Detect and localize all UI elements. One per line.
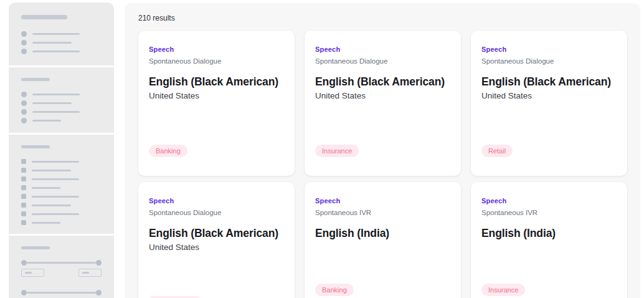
card-subtype-label: Spontaneous Dialogue xyxy=(315,57,450,65)
skeleton-label-bar xyxy=(32,42,72,44)
skeleton-label-bar xyxy=(32,161,79,163)
card-type-label: Speech xyxy=(481,46,617,54)
industry-tag: Banking xyxy=(149,145,187,157)
slider-handle-icon[interactable] xyxy=(96,290,102,296)
checkbox-icon xyxy=(21,185,26,190)
card-type-label: Speech xyxy=(315,197,450,205)
skeleton-checkbox-option xyxy=(21,175,102,183)
checkbox-icon xyxy=(21,194,26,199)
skeleton-checkbox-option xyxy=(21,201,102,209)
skeleton-value-bar xyxy=(25,272,32,274)
skeleton-checkbox-option xyxy=(21,209,102,218)
dataset-card[interactable]: Speech Spontaneous Dialogue English (Bla… xyxy=(471,31,627,176)
card-region: United States xyxy=(315,90,450,101)
skeleton-radio-option xyxy=(21,38,102,47)
filter-section-skeleton xyxy=(9,67,114,133)
skeleton-radio-option xyxy=(21,29,102,38)
range-min-input[interactable] xyxy=(21,269,44,277)
card-region: United States xyxy=(149,242,284,252)
card-title: English (Black American) xyxy=(481,75,617,89)
card-tags-row: Banking xyxy=(315,284,450,296)
skeleton-checkbox-option xyxy=(21,183,102,192)
skeleton-radio-option xyxy=(21,47,102,55)
slider-track xyxy=(27,262,96,264)
radio-icon xyxy=(21,31,27,37)
range-inputs-row xyxy=(21,269,102,277)
card-title: English (India) xyxy=(481,226,617,240)
skeleton-radio-option xyxy=(21,90,102,99)
skeleton-label-bar xyxy=(32,213,79,215)
radio-icon xyxy=(21,100,27,106)
filter-section-skeleton xyxy=(9,2,114,65)
range-max-input[interactable] xyxy=(78,269,102,277)
skeleton-section-title xyxy=(21,15,67,19)
radio-icon xyxy=(21,118,27,123)
card-title: English (India) xyxy=(315,226,450,240)
results-count: 210 results xyxy=(138,14,627,23)
checkbox-icon xyxy=(21,220,26,225)
card-type-label: Speech xyxy=(149,46,284,54)
results-panel: 210 results Speech Spontaneous Dialogue … xyxy=(125,3,640,298)
skeleton-label-bar xyxy=(32,120,61,122)
skeleton-label-bar xyxy=(32,50,80,52)
industry-tag: Banking xyxy=(315,284,354,296)
skeleton-label-bar xyxy=(32,111,80,113)
card-subtype-label: Spontaneous Dialogue xyxy=(149,208,284,217)
skeleton-section-title xyxy=(21,246,50,249)
card-type-label: Speech xyxy=(481,197,617,205)
dataset-card[interactable]: Speech Spontaneous Dialogue English (Bla… xyxy=(138,182,295,298)
skeleton-radio-option xyxy=(21,116,102,125)
card-title: English (Black American) xyxy=(149,75,284,89)
slider-handle-icon[interactable] xyxy=(96,260,102,266)
skeleton-checkbox-option xyxy=(21,218,102,227)
skeleton-checkbox-option xyxy=(21,157,102,166)
card-tags-row: Retail xyxy=(481,145,617,157)
slider-handle-icon[interactable] xyxy=(21,260,27,266)
radio-icon xyxy=(21,40,27,46)
slider-handle-icon[interactable] xyxy=(21,290,27,296)
skeleton-label-bar xyxy=(32,187,60,189)
skeleton-label-bar xyxy=(32,196,79,198)
filter-section-skeleton xyxy=(9,236,114,298)
industry-tag: Insurance xyxy=(315,145,359,157)
results-grid: Speech Spontaneous Dialogue English (Bla… xyxy=(138,31,627,298)
dataset-card[interactable]: Speech Spontaneous Dialogue English (Bla… xyxy=(305,31,461,176)
checkbox-icon xyxy=(21,168,26,173)
industry-tag: Retail xyxy=(481,145,513,157)
range-slider xyxy=(21,260,102,266)
range-slider xyxy=(21,290,102,296)
skeleton-section-title xyxy=(21,145,50,148)
card-tags-row: Banking xyxy=(149,145,284,157)
dataset-card[interactable]: Speech Spontaneous Dialogue English (Bla… xyxy=(138,31,295,176)
dataset-card[interactable]: Speech Spontaneous IVR English (India) I… xyxy=(471,182,627,298)
checkbox-icon xyxy=(21,211,26,216)
radio-icon xyxy=(21,92,27,97)
card-type-label: Speech xyxy=(315,46,450,54)
slider-track xyxy=(27,292,96,294)
card-title: English (Black American) xyxy=(149,226,284,240)
dataset-card[interactable]: Speech Spontaneous IVR English (India) B… xyxy=(305,182,461,298)
radio-icon xyxy=(21,109,27,115)
skeleton-label-bar xyxy=(32,170,71,171)
skeleton-value-bar xyxy=(82,272,89,274)
checkbox-icon xyxy=(21,176,26,181)
skeleton-label-bar xyxy=(32,33,80,35)
card-subtype-label: Spontaneous IVR xyxy=(481,208,617,217)
skeleton-label-bar xyxy=(32,102,72,104)
card-title: English (Black American) xyxy=(315,75,450,89)
card-tags-row: Insurance xyxy=(315,145,450,157)
checkbox-icon xyxy=(21,159,26,164)
skeleton-section-title xyxy=(21,78,50,81)
skeleton-radio-option xyxy=(21,99,102,107)
card-subtype-label: Spontaneous Dialogue xyxy=(149,57,284,65)
skeleton-checkbox-option xyxy=(21,192,102,201)
skeleton-label-bar xyxy=(32,178,79,180)
card-subtype-label: Spontaneous IVR xyxy=(315,208,450,217)
industry-tag: Insurance xyxy=(481,284,525,296)
card-tags-row: Insurance xyxy=(481,284,617,296)
skeleton-radio-option xyxy=(21,107,102,116)
filters-sidebar xyxy=(9,2,114,298)
card-region: United States xyxy=(149,90,284,101)
radio-icon xyxy=(21,49,27,54)
card-type-label: Speech xyxy=(149,197,284,205)
